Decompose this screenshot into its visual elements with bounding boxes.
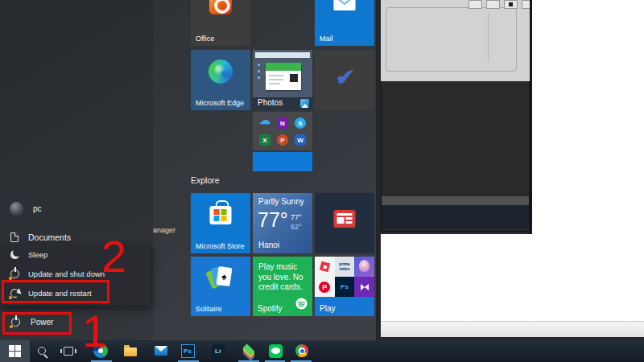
line-app-icon — [269, 344, 283, 358]
spotify-promo-text: Play music you love. No credit cards. — [258, 262, 310, 293]
tile-microsoft-edge[interactable]: Microsoft Edge — [191, 50, 250, 110]
chrome-icon — [295, 344, 308, 357]
search-icon — [38, 347, 46, 355]
tile-mail-label: Mail — [320, 35, 333, 43]
spade-icon: ♠ — [221, 271, 228, 282]
window-statusbar-gray — [382, 196, 529, 205]
tile-spotify[interactable]: Play music you love. No credit cards. Sp… — [253, 257, 312, 316]
background-window-white-bottom — [381, 234, 644, 337]
onedrive-icon: ☁ — [259, 114, 270, 125]
tile-edge-label: Microsoft Edge — [196, 99, 244, 107]
background-window-toolbar — [381, 0, 530, 81]
window-toolbar-button[interactable] — [486, 0, 500, 9]
excel-icon: X — [259, 134, 270, 146]
start-menu-user-button[interactable]: pc — [10, 202, 42, 216]
tile-office-folder[interactable]: ☁ N S X P W — [253, 112, 312, 171]
flyout-item-sleep[interactable]: Sleep — [0, 245, 151, 264]
window-status-strip — [381, 321, 644, 337]
skype-icon: S — [295, 117, 306, 129]
taskbar-line[interactable] — [267, 343, 283, 359]
explore-heading: Explore — [191, 175, 220, 185]
office-icon — [209, 0, 232, 14]
photo-card — [266, 63, 301, 90]
tile-office-label: Office — [196, 35, 214, 43]
weather-high: 77° — [291, 213, 302, 221]
tile-photos-label: Photos — [258, 98, 283, 107]
weather-low: 62° — [291, 223, 302, 231]
window-toolbar-button[interactable] — [469, 0, 482, 9]
spotify-icon — [295, 298, 308, 313]
tile-todo[interactable]: ✔ — [315, 50, 374, 110]
grid-icon — [509, 2, 513, 6]
document-icon — [10, 232, 19, 242]
taskbar-mail[interactable] — [153, 343, 169, 359]
weather-condition: Partly Sunny — [258, 197, 304, 206]
photos-icon — [300, 99, 309, 108]
sleep-label: Sleep — [28, 250, 47, 259]
tile-weather[interactable]: Partly Sunny 77° 77° 62° Hanoi — [253, 193, 312, 253]
bluestacks-icon — [242, 343, 256, 358]
photoshop-icon: Ps — [181, 344, 195, 358]
game-art-icon — [354, 257, 374, 277]
task-view-icon — [64, 347, 73, 356]
documents-label: Documents — [28, 232, 71, 242]
tile-mail[interactable]: Mail — [315, 0, 374, 46]
start-menu-documents-button[interactable]: Documents — [10, 232, 71, 242]
store-bag-icon — [210, 206, 232, 224]
photo-browser-bar — [255, 52, 310, 58]
lightroom-icon: Lr — [212, 344, 225, 358]
tile-solitaire-label: Solitaire — [196, 305, 222, 313]
powerpoint-icon: P — [277, 134, 288, 146]
start-button[interactable] — [0, 340, 30, 362]
update-shutdown-label: Update and shut down — [28, 269, 105, 278]
taskbar-lightroom[interactable]: Lr — [210, 343, 226, 359]
onenote-icon: N — [277, 117, 288, 129]
mail-icon — [155, 346, 167, 356]
taskbar-bluestacks[interactable] — [241, 343, 257, 359]
folder-icon — [124, 348, 137, 356]
office-folder-icons: ☁ N S X P W — [253, 112, 312, 150]
user-name-label: pc — [33, 204, 42, 213]
play-app-collage: prime video P Ps — [315, 257, 374, 297]
window-toolbar-button[interactable] — [504, 0, 518, 9]
weather-temperature: 77° — [258, 208, 288, 232]
moon-icon — [10, 249, 20, 260]
power-update-icon — [10, 269, 20, 279]
taskbar-task-view-button[interactable] — [60, 343, 76, 359]
news-icon — [334, 210, 356, 228]
pinterest-icon: P — [315, 277, 335, 297]
tile-microsoft-store[interactable]: Microsoft Store — [191, 193, 250, 253]
desktop-screen: anager pc Documents Sleep Update and shu… — [0, 0, 644, 362]
tile-spotify-label: Spotify — [258, 304, 283, 313]
weather-city: Hanoi — [258, 241, 279, 249]
tile-store-label: Microsoft Store — [196, 242, 245, 250]
window-statusbar-dark — [382, 205, 529, 229]
highlight-box-update-restart — [2, 280, 109, 303]
highlight-box-power — [2, 312, 72, 335]
taskbar-search-button[interactable] — [34, 343, 50, 359]
photoshop-express-icon: Ps — [335, 277, 355, 297]
tile-solitaire[interactable]: ♠ Solitaire — [191, 257, 250, 316]
background-window-white-top — [530, 0, 644, 234]
roblox-icon — [315, 257, 335, 277]
tile-play-label: Play — [320, 304, 335, 313]
taskbar-chrome[interactable] — [294, 343, 310, 359]
video-app-icon — [354, 277, 374, 297]
tile-play[interactable]: prime video P Ps Play — [315, 257, 374, 316]
taskbar-photoshop[interactable]: Ps — [180, 343, 196, 359]
annotation-step-1: 1 — [82, 309, 107, 354]
background-window-dark-canvas — [381, 81, 530, 232]
tile-news[interactable] — [315, 193, 374, 253]
edge-icon — [208, 60, 233, 84]
word-icon: W — [295, 134, 306, 146]
check-icon: ✔ — [335, 64, 353, 91]
user-avatar — [10, 202, 23, 216]
annotation-step-2: 2 — [101, 234, 126, 279]
prime-video-icon: prime video — [335, 257, 355, 277]
taskbar-file-explorer[interactable] — [122, 343, 138, 359]
qr-code-thumb — [290, 74, 298, 82]
tile-office[interactable]: Office — [191, 0, 250, 46]
tile-photos[interactable]: Photos — [253, 50, 312, 110]
windows-logo-icon — [9, 345, 21, 357]
mail-envelope-icon — [333, 0, 356, 10]
